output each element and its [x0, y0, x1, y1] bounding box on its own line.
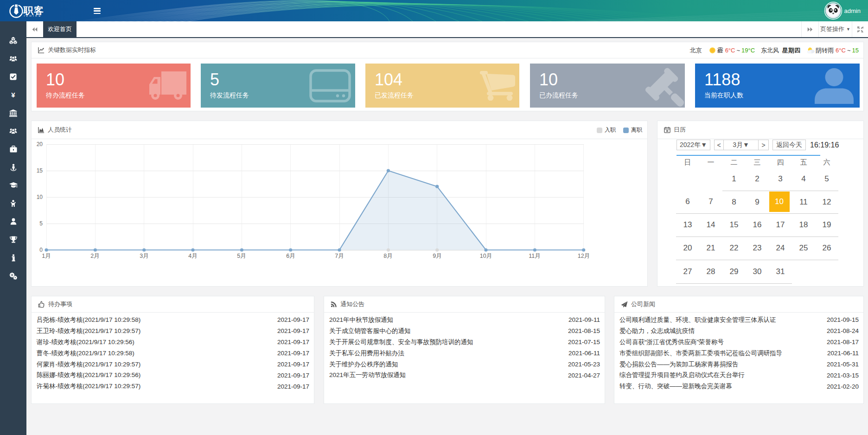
- svg-text:1月: 1月: [42, 253, 51, 259]
- svg-text:IZHIKE: IZHIKE: [24, 14, 42, 17]
- svg-text:5月: 5月: [237, 253, 246, 259]
- svg-text:4月: 4月: [188, 253, 197, 259]
- svg-text:7月: 7月: [335, 253, 344, 259]
- svg-text:0: 0: [39, 247, 43, 253]
- svg-text:9月: 9月: [433, 253, 441, 259]
- svg-text:12月: 12月: [578, 253, 590, 259]
- svg-text:10月: 10月: [480, 253, 492, 259]
- svg-text:2月: 2月: [90, 253, 99, 259]
- svg-text:11月: 11月: [529, 253, 540, 259]
- svg-text:8月: 8月: [383, 253, 392, 259]
- svg-text:20: 20: [37, 141, 43, 147]
- svg-text:6月: 6月: [286, 253, 295, 259]
- svg-text:5: 5: [39, 220, 43, 227]
- svg-text:3月: 3月: [140, 253, 148, 259]
- svg-text:15: 15: [37, 167, 43, 174]
- svg-text:10: 10: [37, 194, 43, 200]
